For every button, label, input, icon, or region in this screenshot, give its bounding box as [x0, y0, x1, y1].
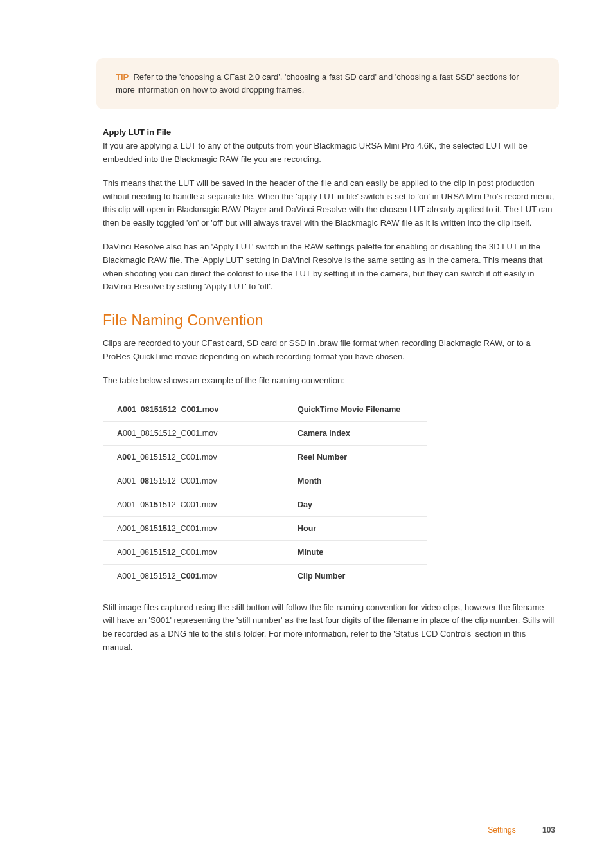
page-footer: Settings 103	[488, 826, 555, 835]
apply-lut-heading: Apply LUT in File	[103, 127, 555, 137]
table-cell-filename: A001_08151512_C001.mov	[103, 564, 283, 588]
table-cell-filename: A001_08151512_C001.mov	[103, 469, 283, 493]
apply-lut-p3: DaVinci Resolve also has an 'Apply LUT' …	[103, 240, 555, 294]
table-row: A001_08151512_C001.movDay	[103, 493, 427, 516]
file-naming-heading: File Naming Convention	[103, 312, 555, 329]
file-naming-table: A001_08151512_C001.movQuickTime Movie Fi…	[103, 398, 427, 588]
table-cell-filename: A001_08151512_C001.mov	[103, 540, 283, 564]
tip-callout: TIP Refer to the 'choosing a CFast 2.0 c…	[96, 58, 559, 109]
table-cell-filename: A001_08151512_C001.mov	[103, 398, 283, 422]
table-cell-description: QuickTime Movie Filename	[283, 398, 427, 422]
tip-label: TIP	[116, 72, 129, 82]
table-row: A001_08151512_C001.movMonth	[103, 469, 427, 493]
table-row: A001_08151512_C001.movReel Number	[103, 445, 427, 469]
footer-page: 103	[542, 826, 555, 835]
table-row: A001_08151512_C001.movQuickTime Movie Fi…	[103, 398, 427, 422]
table-row: A001_08151512_C001.movClip Number	[103, 564, 427, 588]
table-row: A001_08151512_C001.movMinute	[103, 540, 427, 564]
table-cell-filename: A001_08151512_C001.mov	[103, 493, 283, 516]
file-naming-outro: Still image files captured using the sti…	[103, 601, 555, 655]
apply-lut-p2: This means that the LUT will be saved in…	[103, 177, 555, 230]
table-cell-filename: A001_08151512_C001.mov	[103, 421, 283, 445]
table-cell-filename: A001_08151512_C001.mov	[103, 516, 283, 540]
table-cell-description: Hour	[283, 516, 427, 540]
table-cell-description: Clip Number	[283, 564, 427, 588]
file-naming-intro: Clips are recorded to your CFast card, S…	[103, 337, 555, 364]
table-cell-filename: A001_08151512_C001.mov	[103, 445, 283, 469]
table-cell-description: Camera index	[283, 421, 427, 445]
apply-lut-p1: If you are applying a LUT to any of the …	[103, 140, 555, 167]
table-cell-description: Day	[283, 493, 427, 516]
table-cell-description: Minute	[283, 540, 427, 564]
footer-section: Settings	[488, 826, 515, 835]
table-row: A001_08151512_C001.movHour	[103, 516, 427, 540]
table-row: A001_08151512_C001.movCamera index	[103, 421, 427, 445]
tip-text: Refer to the 'choosing a CFast 2.0 card'…	[116, 72, 519, 95]
table-cell-description: Reel Number	[283, 445, 427, 469]
file-naming-table-lead: The table below shows an example of the …	[103, 374, 555, 388]
table-cell-description: Month	[283, 469, 427, 493]
